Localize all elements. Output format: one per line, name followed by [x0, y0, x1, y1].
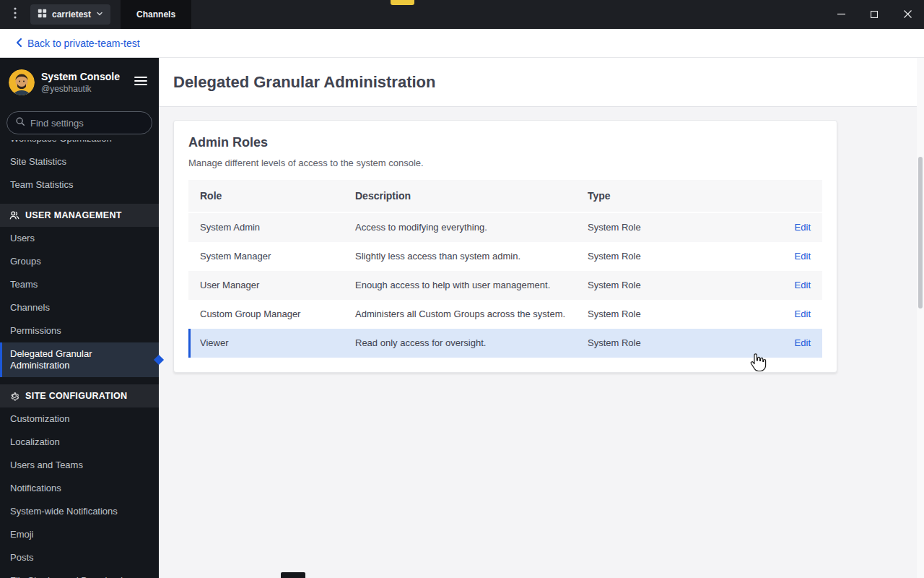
table-row-viewer: ViewerRead only access for oversight.Sys… [188, 329, 822, 358]
window-controls [824, 0, 924, 29]
back-link[interactable]: Back to private-team-test [16, 38, 140, 49]
search-input[interactable] [30, 118, 144, 129]
sidebar-item-posts[interactable]: Posts [0, 546, 159, 569]
table-row-system-manager: System ManagerSlightly less access than … [188, 242, 822, 271]
cell-actions: Edit [720, 271, 822, 300]
cell-role: User Manager [188, 271, 344, 300]
edit-link[interactable]: Edit [795, 337, 811, 348]
sidebar-section-label: USER MANAGEMENT [25, 210, 122, 220]
chevron-down-icon [96, 9, 103, 20]
search-icon [15, 116, 25, 129]
close-icon [904, 8, 912, 21]
console-title: System Console [41, 71, 120, 82]
cell-role: System Admin [188, 212, 344, 242]
cell-role: Custom Group Manager [188, 300, 344, 329]
page-header: Delegated Granular Administration [159, 58, 924, 107]
minimize-icon [837, 8, 845, 21]
user-handle: @yesbhautik [41, 84, 120, 94]
cell-description: Administers all Custom Groups across the… [344, 300, 576, 329]
edit-link[interactable]: Edit [795, 280, 811, 290]
card-header: Admin Roles Manage different levels of a… [174, 121, 837, 180]
sidebar-item-file-sharing-and-downloads[interactable]: File Sharing and Downloads [0, 569, 159, 578]
cell-actions: Edit [720, 212, 822, 242]
cell-type: System Role [576, 329, 720, 358]
cell-type: System Role [576, 300, 720, 329]
hamburger-icon [134, 76, 147, 88]
page-title: Delegated Granular Administration [173, 73, 435, 92]
screen-artifact-bottom [281, 572, 305, 578]
sidebar-header-text: System Console @yesbhautik [41, 71, 120, 94]
close-button[interactable] [891, 0, 924, 29]
sidebar-item-localization[interactable]: Localization [0, 431, 159, 454]
cell-type: System Role [576, 212, 720, 242]
cell-actions: Edit [720, 300, 822, 329]
minimize-button[interactable] [824, 0, 858, 29]
cell-role: Viewer [188, 329, 344, 358]
tab-channels[interactable]: Channels [121, 0, 191, 29]
column-header-actions [720, 180, 822, 212]
server-name: carrietest [52, 9, 91, 20]
card-subtitle: Manage different levels of access to the… [188, 158, 822, 168]
sidebar-item-delegated-granular-administration[interactable]: Delegated Granular Administration [0, 342, 159, 377]
sidebar-item-teams[interactable]: Teams [0, 273, 159, 296]
sidebar-section-header-site-configuration: SITE CONFIGURATION [0, 384, 159, 407]
back-link-label: Back to private-team-test [27, 38, 140, 49]
gear-icon [9, 391, 19, 401]
sidebar-item-notifications[interactable]: Notifications [0, 477, 159, 500]
sidebar-section-label: SITE CONFIGURATION [25, 391, 127, 401]
table-row-custom-group-manager: Custom Group ManagerAdministers all Cust… [188, 300, 822, 329]
sidebar-nav: Workspace OptimizationSite StatisticsTea… [0, 140, 159, 578]
sidebar-item-customization[interactable]: Customization [0, 407, 159, 431]
sidebar-search-area [0, 107, 159, 140]
mouse-cursor-hand-icon [748, 353, 767, 376]
settings-search-box[interactable] [6, 111, 152, 134]
column-header-type: Type [576, 180, 720, 212]
edit-link[interactable]: Edit [795, 222, 811, 233]
system-console-sidebar: System Console @yesbhautik Workspace Opt… [0, 58, 159, 578]
edit-link[interactable]: Edit [795, 309, 811, 319]
cell-role: System Manager [188, 242, 344, 271]
server-selector[interactable]: carrietest [30, 4, 110, 25]
kebab-menu-icon [14, 7, 17, 22]
window-titlebar: carrietest Channels [0, 0, 924, 29]
server-grid-icon [38, 9, 47, 20]
roles-table-body: System AdminAccess to modifying everythi… [188, 212, 822, 358]
admin-roles-card: Admin Roles Manage different levels of a… [173, 120, 837, 373]
sidebar-item-users[interactable]: Users [0, 227, 159, 250]
main-scrollbar[interactable] [917, 58, 924, 578]
cell-type: System Role [576, 242, 720, 271]
chevron-left-icon [16, 38, 22, 49]
cell-description: Read only access for oversight. [344, 329, 576, 358]
cell-description: Enough access to help with user manageme… [344, 271, 576, 300]
edit-link[interactable]: Edit [795, 251, 811, 262]
cell-actions: Edit [720, 329, 822, 358]
user-avatar [9, 69, 35, 95]
cell-actions: Edit [720, 242, 822, 271]
sidebar-item-users-and-teams[interactable]: Users and Teams [0, 454, 159, 477]
roles-table-head-row: RoleDescriptionType [188, 180, 822, 212]
table-row-user-manager: User ManagerEnough access to help with u… [188, 271, 822, 300]
maximize-button[interactable] [858, 0, 891, 29]
column-header-description: Description [344, 180, 576, 212]
sidebar-item-system-wide-notifications[interactable]: System-wide Notifications [0, 500, 159, 523]
sidebar-item-emoji[interactable]: Emoji [0, 523, 159, 546]
back-bar: Back to private-team-test [0, 29, 924, 58]
column-header-role: Role [188, 180, 344, 212]
sidebar-item-team-statistics[interactable]: Team Statistics [0, 173, 159, 197]
app-menu-button[interactable] [0, 0, 30, 29]
sidebar-item-workspace-optimization[interactable]: Workspace Optimization [0, 140, 159, 150]
roles-table-container: RoleDescriptionType System AdminAccess t… [174, 180, 837, 372]
cell-description: Access to modifying everything. [344, 212, 576, 242]
cell-description: Slightly less access than system admin. [344, 242, 576, 271]
screen-artifact-top [391, 0, 414, 5]
sidebar-header: System Console @yesbhautik [0, 58, 159, 107]
sidebar-item-groups[interactable]: Groups [0, 250, 159, 273]
sidebar-item-permissions[interactable]: Permissions [0, 319, 159, 342]
table-row-system-admin: System AdminAccess to modifying everythi… [188, 212, 822, 242]
sidebar-item-site-statistics[interactable]: Site Statistics [0, 150, 159, 173]
sidebar-section-header-user-management: USER MANAGEMENT [0, 204, 159, 227]
scrollbar-thumb[interactable] [918, 157, 923, 309]
sidebar-item-channels[interactable]: Channels [0, 296, 159, 319]
sidebar-menu-button[interactable] [131, 73, 150, 92]
maximize-icon [871, 8, 878, 21]
